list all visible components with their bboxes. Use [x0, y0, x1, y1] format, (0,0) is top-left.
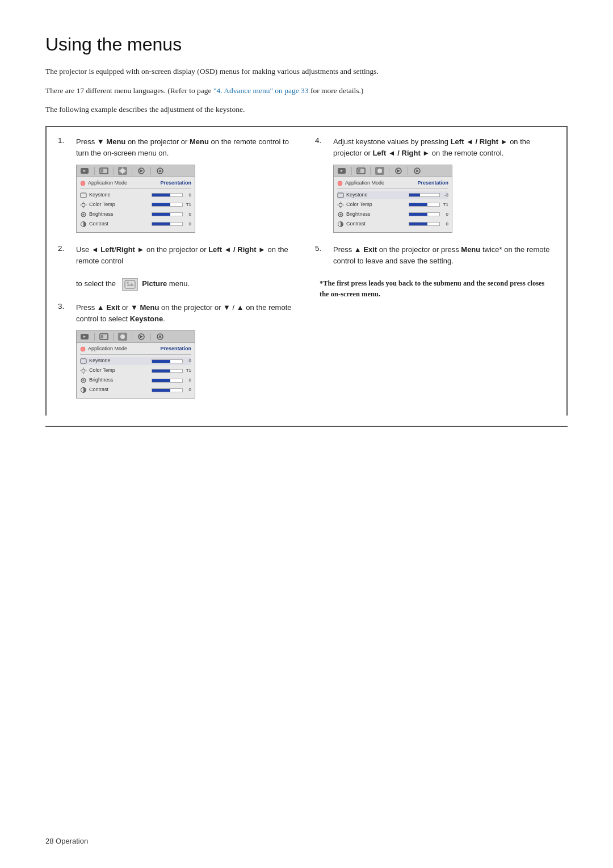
- intro-para1: The projector is equipped with on-screen…: [45, 65, 568, 78]
- toolbar-icon-3: [118, 167, 127, 175]
- brightness-icon: [80, 211, 87, 218]
- footnote: *The first press leads you back to the s…: [320, 278, 555, 300]
- intro-para2: There are 17 different menu languages. (…: [45, 85, 568, 97]
- toolbar2-icon-2: [356, 167, 366, 175]
- toolbar3-icon-2: [99, 333, 108, 341]
- page-content: Using the menus The projector is equippe…: [0, 0, 613, 472]
- svg-point-21: [127, 282, 129, 284]
- toolbar2-icon-4: [394, 167, 403, 175]
- svg-point-18: [82, 213, 85, 216]
- svg-point-3: [120, 169, 125, 173]
- toolbar-icon-2: [99, 167, 108, 175]
- osd-row-colortemp-1: Color Temp T1: [80, 201, 191, 209]
- section-divider-bottom: [45, 426, 568, 427]
- osd-toolbar-3: [77, 331, 195, 343]
- step-3: 3. Press ▲ Exit or ▼ Menu on the project…: [58, 302, 298, 399]
- step-2-content: Use ◄ Left/Right ► on the projector or L…: [76, 244, 298, 291]
- svg-point-46: [339, 203, 342, 207]
- osd-row-contrast-2: Contrast 0: [337, 220, 448, 228]
- svg-point-10: [81, 181, 85, 186]
- svg-rect-20: [125, 280, 135, 288]
- colortemp-icon: [80, 202, 87, 208]
- osd-row-brightness-3: Brightness 0: [80, 376, 191, 384]
- svg-point-28: [81, 347, 85, 351]
- svg-point-52: [339, 213, 342, 216]
- osd-toolbar-2: [334, 165, 452, 177]
- intro-para3: The following example describes the adju…: [45, 103, 568, 116]
- svg-point-12: [82, 203, 85, 207]
- osd-rows-1: Application Mode Presentation Keystone 0: [77, 177, 195, 232]
- step-1-content: Press ▼ Menu on the projector or Menu on…: [76, 136, 298, 233]
- keystone-icon: [80, 192, 87, 199]
- svg-point-36: [82, 379, 85, 381]
- osd-menu-1: Application Mode Presentation Keystone 0: [76, 165, 195, 233]
- osd-toolbar-1: [77, 165, 195, 177]
- note-text: *The first press leads you back to the s…: [320, 278, 555, 300]
- step-5: 5. Press ▲ Exit on the projector or pres…: [315, 244, 555, 267]
- toolbar2-icon-1: [337, 167, 347, 175]
- toolbar-icon-4: [137, 167, 146, 175]
- svg-point-41: [377, 169, 382, 173]
- page-footer: 28 Operation: [45, 837, 88, 845]
- toolbar-icon-5: [156, 167, 165, 175]
- toolbar3-icon-1: [79, 333, 90, 341]
- svg-point-25: [120, 334, 125, 339]
- osd-row-contrast-3: Contrast 0: [80, 386, 191, 394]
- toolbar2-icon-5: [413, 167, 422, 175]
- osd-row-colortemp-2: Color Temp T1: [337, 201, 448, 209]
- osd-row-keystone-1: Keystone 0: [80, 191, 191, 199]
- step-3-content: Press ▲ Exit or ▼ Menu on the projector …: [76, 302, 298, 399]
- osd-row-keystone-2: Keystone -3: [337, 191, 448, 199]
- osd-menu-2: Application Mode Presentation Keystone -…: [333, 165, 452, 233]
- osd-row-brightness-1: Brightness 0: [80, 211, 191, 219]
- toolbar3-icon-4: [137, 333, 146, 341]
- toolbar3-icon-5: [156, 333, 165, 341]
- osd-menu-3: Application Mode Presentation Keystone 0: [76, 330, 195, 399]
- step-1: 1. Press ▼ Menu on the projector or Menu…: [58, 136, 298, 233]
- svg-point-44: [338, 181, 342, 186]
- step-5-number: 5.: [315, 244, 328, 253]
- svg-rect-11: [81, 193, 86, 198]
- step-1-number: 1.: [58, 136, 70, 145]
- osd-rows-3: Application Mode Presentation Keystone 0: [77, 343, 195, 398]
- picture-menu-icon: [122, 278, 138, 291]
- step-2-number: 2.: [58, 244, 70, 253]
- svg-rect-2: [101, 169, 103, 173]
- left-column: 1. Press ▼ Menu on the projector or Menu…: [58, 136, 298, 410]
- toolbar-icon-1: [79, 167, 90, 175]
- page-title: Using the menus: [45, 34, 568, 55]
- step-4-number: 4.: [315, 136, 328, 145]
- svg-point-30: [82, 369, 85, 372]
- osd-row-keystone-3: Keystone 0: [80, 357, 191, 365]
- svg-rect-24: [101, 335, 103, 338]
- toolbar3-icon-3: [118, 333, 127, 341]
- osd-app-row-1: Application Mode Presentation: [80, 179, 191, 189]
- osd-row-brightness-2: Brightness 0: [337, 211, 448, 219]
- svg-rect-40: [358, 169, 360, 173]
- svg-rect-45: [338, 193, 343, 198]
- advance-menu-link[interactable]: "4. Advance menu" on page 33: [213, 86, 309, 95]
- osd-row-colortemp-3: Color Temp T1: [80, 367, 191, 375]
- osd-app-row-2: Application Mode Presentation: [337, 179, 448, 189]
- contrast-icon: [80, 221, 87, 228]
- step-4-content: Adjust keystone values by pressing Left …: [333, 136, 555, 233]
- osd-row-contrast-1: Contrast 0: [80, 220, 191, 228]
- step-3-number: 3.: [58, 302, 70, 311]
- toolbar2-icon-3: [375, 167, 384, 175]
- step-4: 4. Adjust keystone values by pressing Le…: [315, 136, 555, 233]
- right-column: 4. Adjust keystone values by pressing Le…: [315, 136, 555, 410]
- osd-app-row-3: Application Mode Presentation: [80, 345, 191, 355]
- step-2: 2. Use ◄ Left/Right ► on the projector o…: [58, 244, 298, 291]
- svg-rect-29: [81, 359, 86, 363]
- step-5-content: Press ▲ Exit on the projector or press M…: [333, 244, 555, 267]
- osd-rows-2: Application Mode Presentation Keystone -…: [334, 177, 452, 232]
